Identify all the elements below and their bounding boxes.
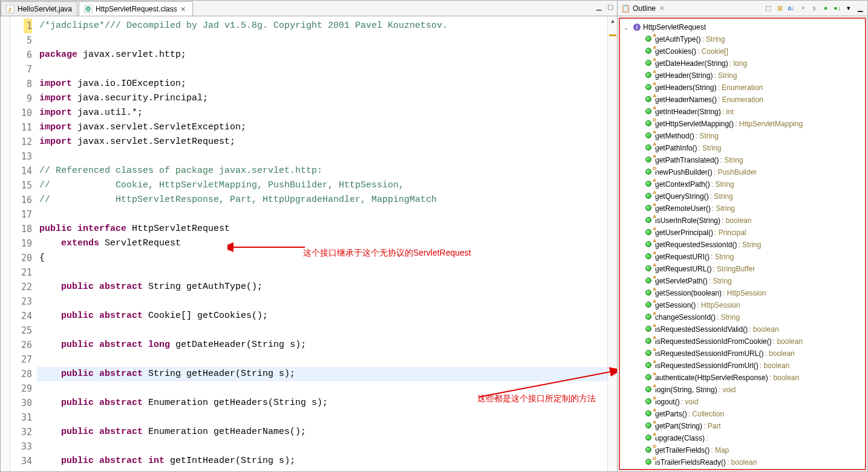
- code-line[interactable]: extends ServletRequest: [37, 236, 607, 251]
- line-number: 19: [10, 236, 32, 251]
- code-line[interactable]: public abstract long getDateHeader(Strin…: [37, 338, 607, 352]
- outline-method-item[interactable]: A getUserPrincipal() : Principal: [620, 227, 865, 239]
- outline-method-item[interactable]: A getRequestURL() : StringBuffer: [620, 263, 865, 275]
- outline-method-item[interactable]: A getRemoteUser() : String: [620, 202, 865, 215]
- code-line[interactable]: import javax.servlet.ServletException;: [37, 120, 607, 135]
- outline-method-item[interactable]: A getMethod() : String: [620, 130, 865, 142]
- method-name: getHeader(String): [655, 71, 713, 80]
- code-line[interactable]: public abstract Cookie[] getCookies();: [37, 309, 607, 323]
- line-number: 16: [10, 193, 32, 207]
- code-line[interactable]: import javax.servlet.ServletRequest;: [37, 135, 607, 149]
- code-line[interactable]: // HttpServletResponse, Part, HttpUpgrad…: [37, 193, 607, 207]
- outline-method-item[interactable]: A login(String, String) : void: [620, 384, 865, 396]
- code-line[interactable]: [37, 410, 607, 425]
- code-line[interactable]: [37, 323, 607, 338]
- tab-close-icon[interactable]: ✕: [180, 5, 188, 13]
- hide-local-icon[interactable]: ●↓: [832, 3, 842, 13]
- outline-root-item[interactable]: ⌄I HttpServletRequest: [620, 21, 865, 33]
- outline-method-item[interactable]: A upgrade(Class) :: [620, 432, 865, 444]
- outline-method-item[interactable]: A logout() : void: [620, 396, 865, 408]
- outline-method-item[interactable]: A getHeader(String) : String: [620, 70, 865, 82]
- code-line[interactable]: // Cookie, HttpServletMapping, PushBuild…: [37, 178, 607, 193]
- folding-ruler[interactable]: [1, 16, 10, 471]
- minimize-view-icon[interactable]: ▁: [855, 3, 865, 13]
- outline-method-item[interactable]: A getPathTranslated() : String: [620, 154, 865, 166]
- code-line[interactable]: public abstract Enumeration getHeaders(S…: [37, 396, 607, 410]
- outline-method-item[interactable]: A isRequestedSessionIdFromCookie() : boo…: [620, 335, 865, 348]
- code-line[interactable]: package javax.servlet.http;: [37, 48, 607, 62]
- outline-method-item[interactable]: A getDateHeader(String) : long: [620, 57, 865, 70]
- outline-method-item[interactable]: A getRequestURI() : String: [620, 251, 865, 263]
- method-return-type: : String: [712, 204, 735, 213]
- outline-method-item[interactable]: A getCookies() : Cookie[]: [620, 45, 865, 57]
- outline-method-item[interactable]: A isRequestedSessionIdFromUrl() : boolea…: [620, 360, 865, 372]
- outline-method-item[interactable]: D isTrailerFieldsReady() : boolean: [620, 456, 865, 468]
- outline-method-item[interactable]: A isRequestedSessionIdFromURL() : boolea…: [620, 348, 865, 360]
- method-icon: A: [645, 204, 654, 213]
- outline-method-item[interactable]: A getQueryString() : String: [620, 190, 865, 202]
- code-line[interactable]: {: [37, 251, 607, 265]
- outline-method-item[interactable]: A authenticate(HttpServletResponse) : bo…: [620, 372, 865, 384]
- code-line[interactable]: [37, 62, 607, 77]
- outline-method-item[interactable]: A getAuthType() : String: [620, 33, 865, 45]
- outline-method-item[interactable]: D getHttpServletMapping() : HttpServletM…: [620, 118, 865, 130]
- outline-method-item[interactable]: A getHeaderNames() : Enumeration: [620, 94, 865, 106]
- method-name: isRequestedSessionIdFromURL(): [655, 349, 763, 358]
- minimize-icon[interactable]: ▁: [596, 3, 601, 11]
- code-line[interactable]: import java.security.Principal;: [37, 91, 607, 106]
- outline-method-item[interactable]: A isUserInRole(String) : boolean: [620, 215, 865, 227]
- code-line[interactable]: public interface HttpServletRequest: [37, 222, 607, 236]
- editor-tab[interactable]: 01HttpServletRequest.class✕: [79, 1, 193, 16]
- code-line[interactable]: [37, 439, 607, 454]
- outline-method-item[interactable]: A isRequestedSessionIdValid() : boolean: [620, 323, 865, 335]
- outline-method-item[interactable]: A getHeaders(String) : Enumeration: [620, 82, 865, 94]
- code-line[interactable]: import java.util.*;: [37, 106, 607, 120]
- hide-fields-icon[interactable]: ⚬: [798, 3, 808, 13]
- hide-static-icon[interactable]: s: [809, 3, 819, 13]
- code-line[interactable]: public abstract Enumeration getHeaderNam…: [37, 425, 607, 439]
- outline-method-item[interactable]: A getParts() : Collection: [620, 408, 865, 420]
- outline-method-item[interactable]: A getSession(boolean) : HttpSession: [620, 287, 865, 299]
- twisty-icon[interactable]: ⌄: [624, 24, 631, 31]
- code-line[interactable]: /*jadclipse*/// Decompiled by Jad v1.5.8…: [37, 19, 607, 33]
- overview-ruler[interactable]: ▲: [607, 16, 617, 471]
- outline-method-item[interactable]: D newPushBuilder() : PushBuilder: [620, 166, 865, 178]
- outline-method-item[interactable]: A getIntHeader(String) : int: [620, 106, 865, 118]
- outline-method-item[interactable]: D getTrailerFields() : Map: [620, 444, 865, 456]
- method-icon: A: [645, 47, 654, 56]
- view-menu-icon[interactable]: ▾: [844, 3, 853, 13]
- code-area[interactable]: /*jadclipse*/// Decompiled by Jad v1.5.8…: [37, 16, 607, 471]
- code-line[interactable]: public abstract String getHeader(String …: [37, 367, 607, 381]
- outline-method-item[interactable]: SF BASIC_AUTH : String: [620, 468, 865, 470]
- scroll-up-icon[interactable]: ▲: [610, 18, 616, 24]
- code-line[interactable]: [37, 207, 607, 222]
- method-return-type: : boolean: [722, 216, 751, 225]
- maximize-icon[interactable]: ▢: [607, 3, 613, 11]
- outline-method-item[interactable]: A getSession() : HttpSession: [620, 299, 865, 311]
- outline-method-item[interactable]: A changeSessionId() : String: [620, 311, 865, 323]
- code-line[interactable]: [37, 265, 607, 280]
- outline-tree[interactable]: ⌄I HttpServletRequestA getAuthType() : S…: [619, 18, 866, 470]
- outline-method-item[interactable]: A getRequestedSessionId() : String: [620, 239, 865, 251]
- outline-method-item[interactable]: A getContextPath() : String: [620, 178, 865, 190]
- code-line[interactable]: [37, 294, 607, 309]
- close-icon[interactable]: ✕: [659, 5, 664, 11]
- method-return-type: : boolean: [773, 337, 803, 346]
- outline-method-item[interactable]: A getPart(String) : Part: [620, 420, 865, 432]
- code-line[interactable]: import java.io.IOException;: [37, 77, 607, 91]
- hide-nonpublic-icon[interactable]: ●: [821, 3, 830, 13]
- focus-icon[interactable]: ⬚: [763, 3, 773, 13]
- sort-icon[interactable]: a↓: [786, 3, 796, 13]
- code-line[interactable]: [37, 33, 607, 48]
- code-line[interactable]: [37, 352, 607, 367]
- editor-tab[interactable]: JHelloServlet.java: [1, 1, 77, 16]
- code-line[interactable]: // Referenced classes of package javax.s…: [37, 164, 607, 178]
- code-line[interactable]: [37, 381, 607, 396]
- outline-method-item[interactable]: A getServletPath() : String: [620, 275, 865, 287]
- code-line[interactable]: public abstract String getAuthType();: [37, 280, 607, 294]
- link-icon[interactable]: ⊞: [775, 3, 785, 13]
- outline-method-item[interactable]: A getPathInfo() : String: [620, 142, 865, 154]
- code-line[interactable]: public abstract int getIntHeader(String …: [37, 454, 607, 468]
- code-line[interactable]: [37, 468, 607, 471]
- code-line[interactable]: [37, 149, 607, 164]
